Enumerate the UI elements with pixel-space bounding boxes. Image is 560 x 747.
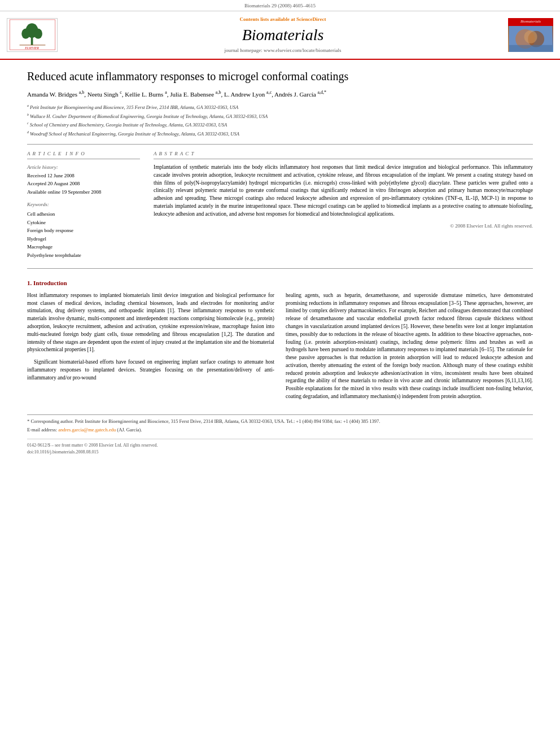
keyword-2: Cytokine	[27, 219, 140, 226]
affiliation-b: b Wallace H. Coulter Department of Biome…	[27, 112, 533, 120]
footnote-area: * Corresponding author. Petit Institute …	[27, 414, 533, 434]
bottom-info: 0142-9612/$ – see front matter © 2008 El…	[27, 439, 533, 455]
keywords-heading: Keywords:	[27, 201, 140, 208]
abstract-column: A B S T R A C T Implantation of syntheti…	[154, 150, 533, 260]
affiliation-d: d Woodruff School of Mechanical Engineer…	[27, 130, 533, 138]
abstract-copyright: © 2008 Elsevier Ltd. All rights reserved…	[154, 222, 533, 230]
svg-point-5	[34, 29, 42, 39]
article-info-heading: A R T I C L E I N F O	[27, 150, 140, 159]
journal-title: Biomaterials	[58, 24, 508, 46]
svg-rect-12	[509, 45, 552, 52]
keyword-4: Hydrogel	[27, 235, 140, 243]
issn-line: 0142-9612/$ – see front matter © 2008 El…	[27, 442, 533, 448]
journal-header: ELSEVIER Contents lists available at Sci…	[0, 11, 560, 60]
svg-point-11	[524, 30, 537, 43]
corresponding-author-note: * Corresponding author. Petit Institute …	[27, 418, 533, 425]
svg-text:ELSEVIER: ELSEVIER	[24, 46, 39, 50]
biomaterials-logo-label: Biomaterials	[508, 18, 553, 26]
keyword-5: Macrophage	[27, 243, 140, 251]
sciencedirect-label: Contents lists available at ScienceDirec…	[58, 16, 508, 23]
citation-text: Biomaterials 29 (2008) 4605–4615	[244, 3, 316, 8]
authors-line: Amanda W. Bridges a,b, Neetu Singh c, Ke…	[27, 89, 533, 99]
affiliations: a Petit Institute for Bioengineering and…	[27, 103, 533, 137]
keyword-3: Foreign body response	[27, 227, 140, 234]
section1-p3: healing agents, such as heparin, dexamet…	[286, 292, 533, 401]
journal-header-center: Contents lists available at ScienceDirec…	[58, 16, 508, 54]
email-address[interactable]: andres.garcia@me.gatech.edu	[58, 427, 116, 433]
sciencedirect-link-text[interactable]: ScienceDirect	[296, 16, 326, 22]
affiliation-a: a Petit Institute for Bioengineering and…	[27, 103, 533, 111]
available-date: Available online 19 September 2008	[27, 189, 140, 196]
section1-body: Host inflammatory responses to implanted…	[27, 292, 533, 405]
section1-title: 1. Introduction	[27, 279, 533, 287]
section1-p2: Significant biomaterial-based efforts ha…	[27, 359, 274, 382]
section1-p1: Host inflammatory responses to implanted…	[27, 292, 274, 354]
header-divider	[27, 144, 533, 145]
introduction-section: 1. Introduction Host inflammatory respon…	[27, 279, 533, 405]
email-note: E-mail address: andres.garcia@me.gatech.…	[27, 427, 533, 434]
article-title: Reduced acute inflammatory responses to …	[27, 69, 533, 84]
elsevier-logo: ELSEVIER	[7, 18, 58, 52]
biomaterials-logo: Biomaterials	[508, 18, 553, 52]
journal-url: journal homepage: www.elsevier.com/locat…	[58, 47, 508, 54]
info-abstract-section: A R T I C L E I N F O Article history: R…	[27, 150, 533, 260]
main-content: Reduced acute inflammatory responses to …	[0, 60, 560, 466]
section1-col2: healing agents, such as heparin, dexamet…	[286, 292, 533, 405]
received-date: Received 12 June 2008	[27, 172, 140, 180]
svg-point-4	[21, 29, 30, 39]
keyword-1: Cell adhesion	[27, 211, 140, 218]
abstract-divider	[27, 268, 533, 269]
section1-col1: Host inflammatory responses to implanted…	[27, 292, 274, 405]
article-info-column: A R T I C L E I N F O Article history: R…	[27, 150, 140, 260]
abstract-text: Implantation of synthetic materials into…	[154, 164, 533, 218]
doi-line: doi:10.1016/j.biomaterials.2008.08.015	[27, 449, 533, 455]
abstract-heading: A B S T R A C T	[154, 150, 533, 159]
keyword-6: Polyethylene terephthalate	[27, 252, 140, 259]
history-label: Article history:	[27, 164, 140, 171]
accepted-date: Accepted 20 August 2008	[27, 180, 140, 187]
affiliation-c: c School of Chemistry and Biochemistry, …	[27, 121, 533, 129]
citation-bar: Biomaterials 29 (2008) 4605–4615	[0, 0, 560, 11]
